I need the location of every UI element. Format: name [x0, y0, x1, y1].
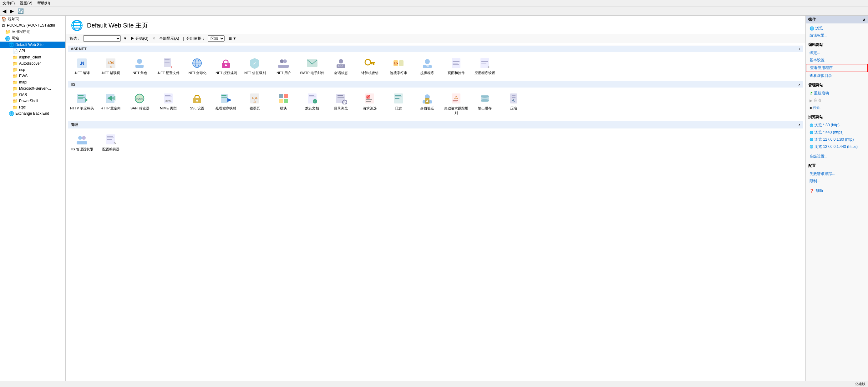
editperm-link[interactable]: 编辑权限... — [809, 33, 828, 38]
help-link[interactable]: 帮助 — [815, 188, 823, 193]
right-panel-browse-127-443[interactable]: 🌐 浏览 127.0.0.1:443 (https) — [806, 143, 868, 150]
icon-mime[interactable]: MIME MIME 类型 — [155, 90, 182, 117]
icon-http-redirect[interactable]: HTTP 重定向 — [97, 90, 124, 117]
icon-handler[interactable]: 处理程序映射 — [212, 90, 240, 117]
sidebar-item-exchange-backend[interactable]: 🌐 Exchange Back End — [0, 110, 65, 117]
sidebar-item-ecp[interactable]: 📁 ecp — [0, 67, 65, 73]
right-panel-limit[interactable]: 限制... — [806, 178, 868, 185]
right-panel-browse-443[interactable]: 🌐 浏览 *:443 (https) — [806, 129, 868, 136]
viewvdirs-link[interactable]: 查看虚拟目录 — [809, 73, 832, 78]
sidebar-item-oab[interactable]: 📁 OAB — [0, 92, 65, 98]
icon-http-response[interactable]: HTTP 响应标头 — [68, 90, 96, 117]
menu-view[interactable]: 视图(V) — [20, 1, 32, 6]
restart-link[interactable]: 重新启动 — [814, 91, 829, 96]
sidebar-item-powershell[interactable]: 📁 PowerShell — [0, 98, 65, 104]
section-manage[interactable]: 管理 ∧ — [68, 121, 803, 128]
sidebar-item-autodiscover[interactable]: 📁 Autodiscover — [0, 60, 65, 67]
icon-pages[interactable]: 页面和控件 — [442, 55, 470, 77]
filter-showall-button[interactable]: 全部显示(A) — [158, 36, 181, 41]
sidebar-item-startpage[interactable]: 🏠 起始页 — [0, 15, 65, 22]
icon-connstr[interactable]: ab 连接字符串 — [385, 55, 412, 77]
icon-net-config[interactable]: ✦ .NET 配置文件 — [155, 55, 182, 77]
right-panel-failedreq-config[interactable]: 失败请求跟踪... — [806, 170, 868, 178]
sidebar-item-microsoft-server[interactable]: 📁 Microsoft-Server-... — [0, 85, 65, 92]
browse-127-443-link[interactable]: 浏览 127.0.0.1:443 (https) — [814, 144, 858, 150]
stop-link[interactable]: 停止 — [813, 105, 820, 110]
right-panel-collapse-icon[interactable]: ∧ — [863, 18, 866, 22]
icon-failedreq[interactable]: ⚠ 失败请求跟踪规则 — [442, 90, 470, 117]
section-aspnet[interactable]: ASP.NET ∧ — [68, 46, 803, 52]
icon-net-error[interactable]: 404⚠ .NET 错误页 — [97, 55, 124, 77]
browse-127-80-link[interactable]: 浏览 127.0.0.1:80 (http) — [814, 137, 854, 142]
right-panel-browse-80[interactable]: 🌐 浏览 *:80 (http) — [806, 122, 868, 129]
filter-start-button[interactable]: ▶ 开始(G) — [129, 36, 150, 41]
icon-provider[interactable]: PR 提供程序 — [413, 55, 441, 77]
icon-auth[interactable]: 身份验证 — [413, 90, 441, 117]
toolbar-refresh[interactable]: 🔄 — [16, 7, 25, 15]
icon-net-trust[interactable]: ✓ .NET 信任级别 — [241, 55, 268, 77]
advanced-link[interactable]: 高级设置... — [809, 154, 828, 159]
filter-select[interactable] — [83, 35, 121, 41]
autodiscover-icon: 📁 — [12, 61, 18, 66]
right-panel-restart[interactable]: ↺ 重新启动 — [806, 90, 868, 97]
sidebar-item-aspnet-client[interactable]: 📁 aspnet_client — [0, 54, 65, 60]
icon-iismgrperm[interactable]: IIS 管理器权限 — [68, 131, 96, 154]
browse-443-link[interactable]: 浏览 *:443 (https) — [814, 130, 844, 135]
sidebar-item-defaultwebsite[interactable]: 🌐 Default Web Site — [0, 41, 65, 48]
right-panel-browse-127-80[interactable]: 🌐 浏览 127.0.0.1:80 (http) — [806, 136, 868, 143]
right-panel-bind[interactable]: 绑定... — [806, 50, 868, 57]
icon-net-auth[interactable]: .NET 授权规则 — [212, 55, 240, 77]
icon-appsettings[interactable]: ≡ 应用程序设置 — [471, 55, 499, 77]
icon-session[interactable]: 状态 会话状态 — [327, 55, 355, 77]
icon-net-global[interactable]: .NET 全球化 — [183, 55, 211, 77]
sidebar-item-mapi[interactable]: 📁 mapi — [0, 79, 65, 85]
basicsettings-link[interactable]: 基本设置... — [809, 58, 828, 63]
icon-dirbrowse[interactable]: 目录浏览 — [327, 90, 355, 117]
bind-link[interactable]: 绑定... — [809, 50, 820, 56]
sidebar-item-api[interactable]: 📄 API — [0, 48, 65, 54]
svg-text:⚠: ⚠ — [454, 95, 458, 100]
browse-link[interactable]: 浏览 — [815, 26, 823, 31]
right-panel-viewvdirs[interactable]: 查看虚拟目录 — [806, 72, 868, 79]
limit-link[interactable]: 限制... — [809, 179, 820, 184]
right-panel-help[interactable]: ❓ 帮助 — [806, 187, 868, 194]
icon-isapi[interactable]: ISAPI ISAPI 筛选器 — [126, 90, 153, 117]
filter-view-button[interactable]: ▦ ▼ — [227, 36, 238, 41]
icon-reqfilter[interactable]: 请求筛选 — [356, 90, 383, 117]
icon-smtp[interactable]: SMTP 电子邮件 — [299, 55, 326, 77]
right-panel-editperm[interactable]: 编辑权限... — [806, 32, 868, 39]
icon-configeditor[interactable]: ✎ 配置编辑器 — [97, 131, 124, 154]
net-compile-label: .NET 编译 — [74, 71, 90, 75]
browse-80-link[interactable]: 浏览 *:80 (http) — [814, 123, 840, 128]
icon-defaultdoc[interactable]: ✓ 默认文档 — [299, 90, 326, 117]
icon-errorpage[interactable]: 404⚠ 错误页 — [241, 90, 268, 117]
sidebar-item-sites[interactable]: 🌐 网站 — [0, 35, 65, 41]
menu-help[interactable]: 帮助(H) — [37, 1, 50, 6]
menu-file[interactable]: 文件(F) — [2, 1, 15, 6]
right-panel-advanced[interactable]: 高级设置... — [806, 153, 868, 160]
failedreq-config-link[interactable]: 失败请求跟踪... — [809, 171, 835, 176]
toolbar-forward[interactable]: ▶ — [9, 7, 15, 15]
icon-compress[interactable]: 压缩 — [500, 90, 527, 117]
icon-modules[interactable]: 模块 — [270, 90, 297, 117]
right-panel-viewapps[interactable]: 查看应用程序 — [806, 64, 868, 72]
right-panel-browse[interactable]: 🌐 浏览 — [806, 25, 868, 32]
sidebar-item-server[interactable]: 🖥 POC-EX02 (POC-TEST\adm — [0, 22, 65, 28]
sidebar-item-ews[interactable]: 📁 EWS — [0, 73, 65, 79]
icon-logs[interactable]: 日志 — [385, 90, 412, 117]
icon-net-roles[interactable]: .NET 角色 — [126, 55, 153, 77]
right-panel-start[interactable]: ▶ 启动 — [806, 97, 868, 104]
viewapps-link[interactable]: 查看应用程序 — [810, 65, 833, 71]
icon-machinekey[interactable]: 计算机密钥 — [356, 55, 383, 77]
toolbar-back[interactable]: ◀ — [1, 7, 7, 15]
section-iis[interactable]: IIS ∧ — [68, 81, 803, 88]
sidebar-item-rpc[interactable]: 📁 Rpc — [0, 104, 65, 110]
sidebar-item-apppool[interactable]: 📁 应用程序池 — [0, 28, 65, 35]
icon-net-users[interactable]: .NET 用户 — [270, 55, 297, 77]
icon-outputcache[interactable]: 输出缓存 — [471, 90, 499, 117]
icon-net-compile[interactable]: .N .NET 编译 — [68, 55, 96, 77]
icon-ssl[interactable]: SSL 设置 — [183, 90, 211, 117]
right-panel-stop[interactable]: ■ 停止 — [806, 104, 868, 111]
filter-groupby-select[interactable]: 区域 — [208, 35, 225, 41]
right-panel-basicsettings[interactable]: 基本设置... — [806, 57, 868, 64]
